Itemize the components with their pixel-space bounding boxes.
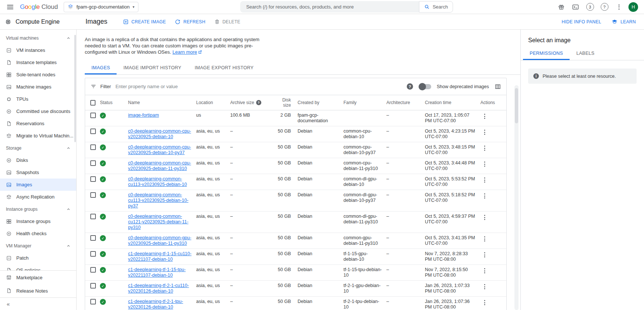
tab-image-import-history[interactable]: IMAGE IMPORT HISTORY	[117, 61, 188, 74]
row-checkbox[interactable]	[90, 129, 96, 134]
sidebar-item-patch[interactable]: Patch	[0, 252, 76, 264]
column-header-status[interactable]: Status	[100, 98, 128, 107]
table-row[interactable]: ✓c1-deeplearning-tf-2-1-cu110-v20230126-…	[85, 281, 506, 297]
table-row[interactable]: ✓c0-deeplearning-common-cu113-v20230925-…	[85, 174, 506, 190]
sidebar-scrollbar-thumb[interactable]	[74, 35, 76, 142]
sidebar-section-vm-manager[interactable]: VM Manager	[0, 240, 76, 252]
info-tab-permissions[interactable]: PERMISSIONS	[523, 47, 570, 60]
row-checkbox[interactable]	[90, 144, 96, 150]
row-checkbox[interactable]	[90, 267, 96, 273]
image-name-link[interactable]: c1-deeplearning-tf-1-15-tpu-v20221107-de…	[128, 267, 186, 278]
row-checkbox[interactable]	[90, 299, 96, 304]
column-header-created-by[interactable]: Created by	[298, 98, 343, 107]
table-row[interactable]: ✓c0-deeplearning-common-cpu-v20230925-de…	[85, 126, 506, 142]
image-name-link[interactable]: c0-deeplearning-common-cpu-v20230925-deb…	[128, 129, 191, 139]
help-button[interactable]: ?	[598, 1, 611, 13]
column-header-name[interactable]: Name	[128, 98, 196, 107]
column-header-disk-size[interactable]: Disk size	[276, 95, 298, 110]
filter-input[interactable]	[115, 83, 407, 90]
tab-image-export-history[interactable]: IMAGE EXPORT HISTORY	[188, 61, 260, 74]
image-name-link[interactable]: c1-deeplearning-tf-1-15-cu110-v20221107-…	[128, 251, 191, 262]
column-display-options-icon[interactable]	[494, 83, 501, 90]
learn-more-link[interactable]: Learn more	[172, 49, 197, 55]
free-trial-gift-button[interactable]	[555, 1, 567, 13]
sidebar-item-snapshots[interactable]: Snapshots	[0, 166, 76, 179]
image-name-link[interactable]: c0-deeplearning-common-cu113-v20230925-d…	[128, 192, 188, 209]
learn-button[interactable]: LEARN	[611, 19, 636, 25]
row-actions-button[interactable]	[480, 214, 489, 220]
column-header-family[interactable]: Family	[343, 98, 386, 107]
image-name-link[interactable]: c0-deeplearning-common-cu113-v20230925-d…	[128, 176, 187, 187]
sidebar-item-machine-images[interactable]: Machine images	[0, 81, 76, 93]
sidebar-item-reservations[interactable]: Reservations	[0, 117, 76, 130]
select-all-checkbox[interactable]	[90, 100, 95, 106]
main-menu-button[interactable]	[4, 1, 16, 13]
image-name-link[interactable]: c0-deeplearning-common-cu121-v20230925-d…	[128, 214, 188, 230]
sidebar-item-marketplace[interactable]: Marketplace	[0, 271, 76, 284]
row-actions-button[interactable]	[480, 251, 489, 257]
row-checkbox[interactable]	[90, 192, 96, 198]
sidebar-item-committed-use-discounts[interactable]: Committed use discounts	[0, 105, 76, 117]
column-header-archive-size[interactable]: Archive size?	[230, 98, 276, 107]
sidebar-item-images[interactable]: Images	[0, 179, 76, 191]
collapse-sidebar-button[interactable]: «	[0, 297, 76, 310]
table-row[interactable]: ✓c1-deeplearning-tf-2-1-tpu-v20230126-de…	[85, 297, 506, 310]
hide-info-panel-button[interactable]: HIDE INFO PANEL	[562, 19, 601, 24]
info-tab-labels[interactable]: LABELS	[570, 47, 601, 60]
row-actions-button[interactable]	[480, 129, 489, 135]
sidebar-item-async-replication[interactable]: Async Replication	[0, 191, 76, 203]
search-input[interactable]	[240, 1, 419, 13]
row-actions-button[interactable]	[480, 176, 489, 183]
sidebar-section-instance-groups[interactable]: Instance groups	[0, 203, 76, 215]
tab-images[interactable]: IMAGES	[85, 61, 117, 74]
row-checkbox[interactable]	[90, 214, 96, 219]
account-button[interactable]: H	[627, 1, 640, 13]
table-row[interactable]: ✓c0-deeplearning-common-cpu-v20230925-de…	[85, 158, 506, 174]
row-checkbox[interactable]	[90, 176, 96, 182]
sidebar-item-migrate-to-virtual-machin[interactable]: Migrate to Virtual Machin...	[0, 130, 76, 142]
row-actions-button[interactable]	[480, 192, 489, 199]
sidebar-item-disks[interactable]: Disks	[0, 154, 76, 166]
row-actions-button[interactable]	[480, 267, 489, 273]
image-name-link[interactable]: c0-deeplearning-common-cpu-v20230925-deb…	[128, 160, 191, 171]
sidebar-section-virtual-machines[interactable]: Virtual machines	[0, 32, 76, 44]
row-actions-button[interactable]	[480, 299, 489, 305]
table-row[interactable]: ✓c0-deeplearning-common-cpu-v20230925-de…	[85, 142, 506, 158]
show-deprecated-toggle[interactable]	[419, 84, 431, 89]
row-actions-button[interactable]	[480, 144, 489, 151]
sidebar-item-release-notes[interactable]: Release Notes	[0, 284, 76, 297]
table-row[interactable]: ✓c1-deeplearning-tf-1-15-tpu-v20221107-d…	[85, 265, 506, 281]
product-header[interactable]: Compute Engine	[0, 18, 77, 26]
table-scrollbar-thumb[interactable]	[515, 88, 518, 123]
row-actions-button[interactable]	[480, 235, 489, 241]
row-checkbox[interactable]	[90, 113, 96, 118]
table-row[interactable]: ✓c0-deeplearning-common-cu121-v20230925-…	[85, 211, 506, 233]
more-options-button[interactable]	[613, 1, 625, 13]
row-actions-button[interactable]	[480, 160, 489, 167]
sidebar-item-instance-templates[interactable]: Instance templates	[0, 56, 76, 69]
archive-size-help-icon[interactable]: ?	[256, 100, 261, 105]
row-checkbox[interactable]	[90, 160, 96, 166]
project-picker[interactable]: fpam-gcp-documentation ▾	[64, 2, 138, 12]
sidebar-section-storage[interactable]: Storage	[0, 142, 76, 154]
image-name-link[interactable]: image-fortipam	[128, 113, 159, 118]
table-row[interactable]: ✓c0-deeplearning-common-cu113-v20230925-…	[85, 190, 506, 211]
table-scrollbar[interactable]	[514, 85, 519, 310]
image-name-link[interactable]: c0-deeplearning-common-gpu-v20230925-deb…	[128, 235, 191, 246]
row-actions-button[interactable]	[480, 113, 489, 119]
sidebar-item-sole-tenant-nodes[interactable]: Sole-tenant nodes	[0, 69, 76, 81]
image-name-link[interactable]: c1-deeplearning-tf-2-1-cu110-v20230126-d…	[128, 283, 189, 294]
sidebar-item-health-checks[interactable]: Health checks	[0, 227, 76, 240]
refresh-button[interactable]: REFRESH	[170, 16, 209, 28]
image-name-link[interactable]: c0-deeplearning-common-cpu-v20230925-deb…	[128, 144, 191, 155]
cloud-shell-button[interactable]	[569, 1, 582, 13]
column-header-architecture[interactable]: Architecture	[386, 98, 425, 107]
create-image-button[interactable]: CREATE IMAGE	[118, 16, 170, 28]
row-checkbox[interactable]	[90, 235, 96, 241]
row-checkbox[interactable]	[90, 251, 96, 257]
search-button[interactable]: Search	[419, 1, 453, 13]
table-row[interactable]: ✓c0-deeplearning-common-gpu-v20230925-de…	[85, 233, 506, 249]
trial-days-badge[interactable]: 3	[584, 1, 596, 13]
filter-help-icon[interactable]: ?	[407, 83, 413, 90]
sidebar-item-os-policies[interactable]: OS policies	[0, 264, 76, 270]
